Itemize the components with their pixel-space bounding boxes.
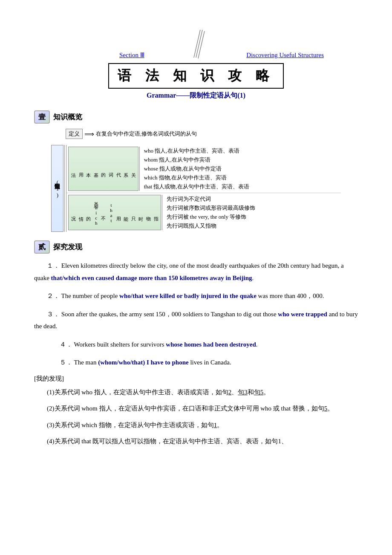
sentences-area: １． Eleven kilometres directly below the … <box>34 260 358 448</box>
section2-header: 贰 探究发现 <box>34 240 358 254</box>
left-label-box: 限制性定语从句(1) <box>51 145 63 232</box>
definition-text: 在复合句中作定语,修饰名词或代词的从句 <box>96 130 197 138</box>
sentence-4-num: ４． <box>60 341 72 348</box>
list-item: that 指人或物,在从句中作主语、宾语、表语 <box>144 182 341 191</box>
sentence-2-before: The number of people <box>61 292 119 299</box>
finding-2: (2)关系代词 whom 指人，在定语从句中作宾语，在口语和非正式文体中可用 w… <box>34 402 358 415</box>
sentence-2-num: ２． <box>47 292 60 299</box>
section1-num-box: 壹 <box>34 110 50 124</box>
sentence-4-after: . <box>256 341 258 348</box>
sentence-5-after: lives in Canada. <box>189 359 231 366</box>
page-header: Section Ⅲ Discovering Useful Structures … <box>34 26 358 106</box>
sentence-5-before: The man <box>74 359 98 366</box>
definition-label: 定义 <box>66 129 83 139</box>
sentence-3-highlight: who were trapped <box>278 311 327 318</box>
sentence-1-num: １． <box>47 262 60 269</box>
finding-3: (3)关系代词 which 指物，在定语从句中作主语或宾语，如句1。 <box>34 419 358 431</box>
finding-3-num: (3) <box>47 422 55 428</box>
sentence-5-highlight: (whom/who/that) I have to phone <box>98 359 189 366</box>
finding-2-ref: 5 <box>324 405 328 412</box>
findings-label: [我的发现] <box>34 375 358 383</box>
finding-4-num: (4) <box>47 438 55 445</box>
list-item: 先行词被序数词或形容词最高级修饰 <box>167 204 341 212</box>
mid2-label: 指物时只能用that不用which的情况 <box>68 195 161 230</box>
sentence-2-highlight: who/that were killed or badly injured in… <box>119 292 257 299</box>
list-item: which 指物,在从句中作主语、宾语 <box>144 173 341 182</box>
finding-1-num: (1) <box>47 389 55 396</box>
sentence-3-num: ３． <box>47 311 60 318</box>
mid1-label: 关系代词的基本用法 <box>68 147 138 191</box>
list-item: whose 指人或物,在从句中作定语 <box>144 165 341 173</box>
section1-header: 壹 知识概览 <box>34 110 358 124</box>
sentence-1-highlight: that/which even caused damage more than … <box>51 275 252 281</box>
grammar-subtitle: Grammar——限制性定语从句(1) <box>147 91 245 100</box>
section2-title: 探究发现 <box>53 242 82 252</box>
sentence-1: １． Eleven kilometres directly below the … <box>34 260 358 284</box>
sentence-4-highlight: whose homes had been destroyed <box>166 341 256 348</box>
sentence-1-after: . <box>252 275 254 281</box>
discovering-label: Discovering Useful Structures <box>246 52 324 58</box>
section1-title: 知识概览 <box>53 112 82 122</box>
finding-4: (4)关系代词 that 既可以指人也可以指物，在定语从句中作主语、宾语、表语，… <box>34 435 358 448</box>
sentence-4-before: Workers built shelters for survivors <box>74 341 166 348</box>
section-label: Section Ⅲ <box>119 52 144 58</box>
section2-num-box: 贰 <box>34 240 50 254</box>
list-item: who 指人,在从句中作主语、宾语、表语 <box>144 147 341 155</box>
sentence-4: ４． Workers built shelters for survivors … <box>34 338 358 351</box>
finding-1-ref3: 句5 <box>254 389 264 396</box>
finding-1: (1)关系代词 who 指人，在定语从句中作主语、表语或宾语，如句2、句3和句5… <box>34 386 358 399</box>
definition-arrow: ⟹ <box>84 130 94 138</box>
finding-1-ref: 2 <box>228 389 232 396</box>
sentence-3-before: Soon after the quakes, the army sent 150… <box>61 311 278 318</box>
finding-3-ref: 1 <box>214 422 217 428</box>
finding-1-ref2: 句3 <box>238 389 248 396</box>
list-item: 先行词既指人又指物 <box>167 222 341 230</box>
list-item: whom 指人,在从句中作宾语 <box>144 156 341 164</box>
sentence-5: ５． The man (whom/who/that) I have to pho… <box>34 356 358 369</box>
knowledge-diagram: 定义 ⟹ 在复合句中作定语,修饰名词或代词的从句 限制性定语从句(1) 关系代词… <box>51 129 341 232</box>
decorative-flag-icon <box>179 28 213 60</box>
list-item: 先行词被 the very, the only 等修饰 <box>167 213 341 221</box>
finding-2-num: (2) <box>47 405 55 412</box>
sentence-2: ２． The number of people who/that were ki… <box>34 290 358 302</box>
sentence-3: ３． Soon after the quakes, the army sent … <box>34 308 358 332</box>
main-title-cn: 语 法 知 识 攻 略 <box>108 63 284 89</box>
list-item: 先行词为不定代词 <box>167 195 341 203</box>
sentence-2-after: was more than 400，000. <box>257 292 324 299</box>
sentence-5-num: ５． <box>60 359 72 366</box>
